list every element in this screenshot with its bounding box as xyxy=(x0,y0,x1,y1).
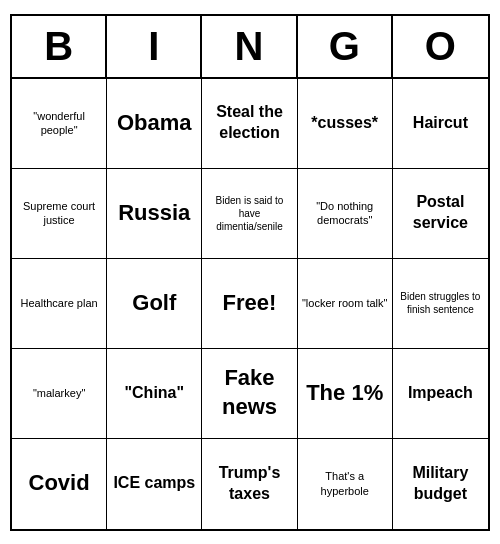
cell-text-6: Russia xyxy=(118,199,190,228)
bingo-header: BINGO xyxy=(12,16,488,79)
bingo-cell-18: The 1% xyxy=(298,349,393,439)
bingo-cell-20: Covid xyxy=(12,439,107,529)
header-letter-n: N xyxy=(202,16,297,77)
bingo-cell-2: Steal the election xyxy=(202,79,297,169)
cell-text-5: Supreme court justice xyxy=(16,199,102,228)
bingo-cell-0: "wonderful people" xyxy=(12,79,107,169)
cell-text-13: "locker room talk" xyxy=(302,296,387,310)
bingo-cell-22: Trump's taxes xyxy=(202,439,297,529)
cell-text-23: That's a hyperbole xyxy=(302,469,388,498)
cell-text-9: Postal service xyxy=(397,192,484,234)
bingo-card: BINGO "wonderful people"ObamaSteal the e… xyxy=(10,14,490,531)
bingo-cell-15: "malarkey" xyxy=(12,349,107,439)
bingo-cell-9: Postal service xyxy=(393,169,488,259)
cell-text-14: Biden struggles to finish sentence xyxy=(397,290,484,316)
cell-text-24: Military budget xyxy=(397,463,484,505)
bingo-cell-5: Supreme court justice xyxy=(12,169,107,259)
bingo-cell-10: Healthcare plan xyxy=(12,259,107,349)
cell-text-2: Steal the election xyxy=(206,102,292,144)
bingo-cell-11: Golf xyxy=(107,259,202,349)
bingo-cell-16: "China" xyxy=(107,349,202,439)
bingo-cell-24: Military budget xyxy=(393,439,488,529)
bingo-grid: "wonderful people"ObamaSteal the electio… xyxy=(12,79,488,529)
cell-text-1: Obama xyxy=(117,109,192,138)
cell-text-21: ICE camps xyxy=(113,473,195,494)
cell-text-4: Haircut xyxy=(413,113,468,134)
cell-text-11: Golf xyxy=(132,289,176,318)
cell-text-18: The 1% xyxy=(306,379,383,408)
bingo-cell-23: That's a hyperbole xyxy=(298,439,393,529)
cell-text-7: Biden is said to have dimentia/senile xyxy=(206,194,292,233)
cell-text-20: Covid xyxy=(29,469,90,498)
cell-text-16: "China" xyxy=(124,383,184,404)
cell-text-10: Healthcare plan xyxy=(21,296,98,310)
bingo-cell-7: Biden is said to have dimentia/senile xyxy=(202,169,297,259)
bingo-cell-21: ICE camps xyxy=(107,439,202,529)
cell-text-0: "wonderful people" xyxy=(16,109,102,138)
cell-text-8: "Do nothing democrats" xyxy=(302,199,388,228)
bingo-cell-13: "locker room talk" xyxy=(298,259,393,349)
bingo-cell-1: Obama xyxy=(107,79,202,169)
bingo-cell-6: Russia xyxy=(107,169,202,259)
bingo-cell-19: Impeach xyxy=(393,349,488,439)
cell-text-17: Fake news xyxy=(206,364,292,421)
bingo-cell-8: "Do nothing democrats" xyxy=(298,169,393,259)
cell-text-22: Trump's taxes xyxy=(206,463,292,505)
cell-text-19: Impeach xyxy=(408,383,473,404)
cell-text-12: Free! xyxy=(223,289,277,318)
header-letter-g: G xyxy=(298,16,393,77)
bingo-cell-4: Haircut xyxy=(393,79,488,169)
bingo-cell-17: Fake news xyxy=(202,349,297,439)
cell-text-15: "malarkey" xyxy=(33,386,85,400)
bingo-cell-14: Biden struggles to finish sentence xyxy=(393,259,488,349)
bingo-cell-3: *cusses* xyxy=(298,79,393,169)
header-letter-b: B xyxy=(12,16,107,77)
header-letter-i: I xyxy=(107,16,202,77)
header-letter-o: O xyxy=(393,16,488,77)
bingo-cell-12: Free! xyxy=(202,259,297,349)
cell-text-3: *cusses* xyxy=(311,113,378,134)
